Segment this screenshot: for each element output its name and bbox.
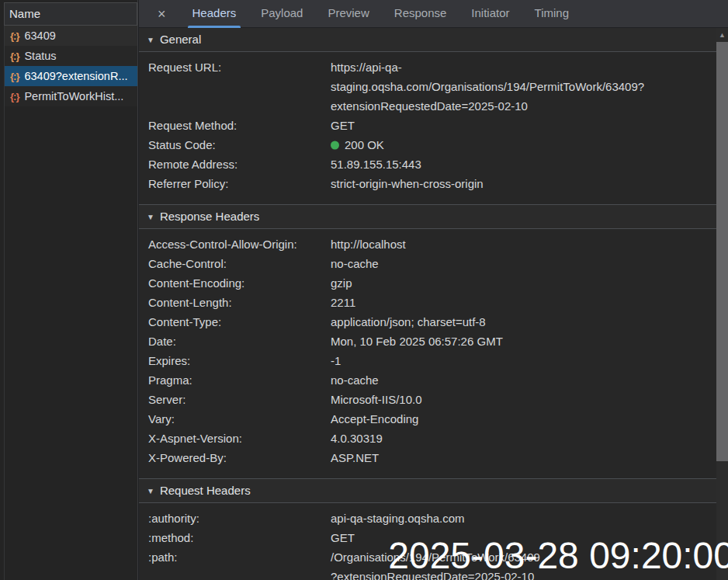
header-value: application/json; charset=utf-8 [331,312,709,332]
request-row-63409-extension[interactable]: {:} 63409?extensionR... [5,66,137,86]
header-name: Content-Encoding: [148,273,331,293]
request-headers-rows: :authority:api-qa-staging.oqsha.com :met… [139,503,716,580]
header-row: :path:/Organisations/194/PermitToWork/63… [148,547,709,580]
name-column-header[interactable]: Name [4,2,137,26]
status-ok-dot-icon [331,141,339,150]
header-name: Request URL: [148,57,331,77]
header-name: Server: [148,390,331,409]
header-row: Expires:-1 [148,351,709,370]
request-row-63409[interactable]: {:} 63409 [5,26,137,46]
scroll-up-arrow-icon[interactable]: ▲ [716,28,728,41]
header-name: Status Code: [148,135,331,155]
header-row: :method:GET [148,528,709,547]
header-row: Request Method: GET [148,116,709,135]
tab-payload[interactable]: Payload [251,0,312,28]
header-name: Pragma: [148,370,331,390]
header-name: Request Method: [148,116,331,135]
header-value: /Organisations/194/PermitToWork/63409?ex… [331,547,546,580]
header-value: strict-origin-when-cross-origin [331,174,709,193]
header-row: Content-Encoding:gzip [148,273,709,293]
header-value: GET [331,528,709,547]
header-name: :method: [148,528,331,547]
general-rows: Request URL: https://api-qa-staging.oqsh… [139,52,716,204]
header-value: 2211 [331,293,709,312]
header-row: X-Powered-By:ASP.NET [148,448,709,467]
header-name: X-Aspnet-Version: [148,429,331,448]
devtools-network-panel: Name {:} 63409 {:} Status {:} 63409?exte… [0,0,728,580]
header-name: X-Powered-By: [148,448,331,467]
header-value: Mon, 10 Feb 2025 06:57:26 GMT [331,332,709,351]
header-name: :authority: [148,509,331,528]
section-title: Request Headers [160,484,251,497]
tab-preview[interactable]: Preview [318,0,378,28]
vertical-scrollbar[interactable]: ▲ [716,28,728,580]
headers-content: ▼General Request URL: https://api-qa-sta… [139,28,716,580]
header-row: Vary:Accept-Encoding [148,409,709,429]
request-row-status[interactable]: {:} Status [5,46,137,66]
header-row: Pragma:no-cache [148,370,709,390]
header-name: Vary: [148,409,331,429]
header-value: no-cache [331,254,709,273]
request-details-panel: × Headers Payload Preview Response Initi… [139,0,728,580]
request-row-permittoworkhistory[interactable]: {:} PermitToWorkHist... [5,86,137,106]
header-row: Cache-Control:no-cache [148,254,709,273]
section-header-request-headers[interactable]: ▼Request Headers [139,478,716,503]
request-list: {:} 63409 {:} Status {:} 63409?extension… [4,26,137,580]
header-name: Expires: [148,351,331,370]
header-row: Content-Type:application/json; charset=u… [148,312,709,332]
header-row: Referrer Policy: strict-origin-when-cros… [148,174,709,193]
chevron-down-icon: ▼ [147,480,154,503]
header-row: Access-Control-Allow-Origin:http://local… [148,234,709,254]
header-value: 200 OK [331,135,709,155]
header-name: Cache-Control: [148,254,331,273]
header-name: Content-Length: [148,293,331,312]
header-row: Remote Address: 51.89.155.15:443 [148,155,709,174]
header-name: :path: [148,547,331,567]
details-tabbar: × Headers Payload Preview Response Initi… [139,0,728,28]
response-headers-rows: Access-Control-Allow-Origin:http://local… [139,229,716,478]
header-value: gzip [331,273,709,293]
section-title: General [160,33,201,46]
header-value: 4.0.30319 [331,429,709,448]
header-name: Content-Type: [148,312,331,332]
scrollbar-thumb[interactable] [716,42,728,461]
tab-response[interactable]: Response [385,0,456,28]
header-name: Date: [148,332,331,351]
tab-headers[interactable]: Headers [183,0,246,28]
header-value: https://api-qa-staging.oqsha.com/Organis… [331,57,709,116]
request-row-label: 63409 [24,30,55,42]
close-icon[interactable]: × [151,4,172,24]
header-row: Date:Mon, 10 Feb 2025 06:57:26 GMT [148,332,709,351]
request-row-label: PermitToWorkHist... [24,90,123,102]
header-value: no-cache [331,370,709,390]
json-braces-icon: {:} [10,50,19,62]
chevron-down-icon: ▼ [147,29,154,52]
header-value: Microsoft-IIS/10.0 [331,390,709,409]
request-row-label: 63409?extensionR... [24,70,127,82]
chevron-down-icon: ▼ [147,206,154,229]
section-title: Response Headers [160,210,259,223]
header-name: Referrer Policy: [148,174,331,193]
header-row: Server:Microsoft-IIS/10.0 [148,390,709,409]
header-row: :authority:api-qa-staging.oqsha.com [148,509,709,528]
header-row: Status Code: 200 OK [148,135,709,155]
header-name: Remote Address: [148,155,331,174]
section-header-response-headers[interactable]: ▼Response Headers [139,204,716,229]
header-value: http://localhost [331,234,709,254]
section-header-general[interactable]: ▼General [139,28,716,52]
header-name: Access-Control-Allow-Origin: [148,234,331,254]
request-row-label: Status [24,50,56,62]
tab-timing[interactable]: Timing [525,0,578,28]
request-list-sidebar: Name {:} 63409 {:} Status {:} 63409?exte… [0,0,138,580]
header-value: GET [331,116,709,135]
json-braces-icon: {:} [10,71,19,82]
json-braces-icon: {:} [10,91,19,102]
header-value: -1 [331,351,709,370]
header-row: X-Aspnet-Version:4.0.30319 [148,429,709,448]
json-braces-icon: {:} [10,30,19,42]
header-row: Content-Length:2211 [148,293,709,312]
tab-initiator[interactable]: Initiator [462,0,518,28]
header-row: Request URL: https://api-qa-staging.oqsh… [148,57,709,116]
header-value: ASP.NET [331,448,709,467]
header-value: Accept-Encoding [331,409,709,429]
